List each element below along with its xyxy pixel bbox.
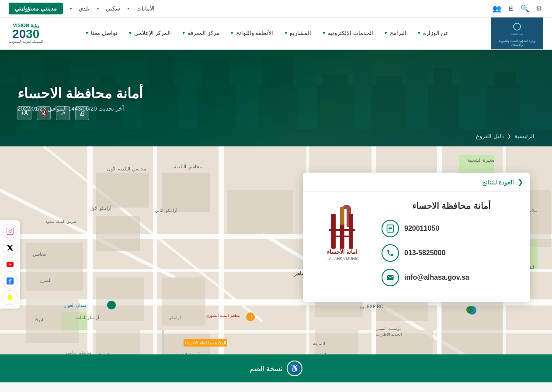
nav-item-7[interactable]: تواصل معنا ▼ [80,21,123,46]
mute-button[interactable]: 🔇 [37,106,51,120]
card-body: أمانة محافظة الاحساء 920011050 013-58250… [303,192,530,302]
breadcrumb-current: دليل الفروع [476,133,504,139]
vision-logo: رؤية VISION 2030 المملكة العربية السعودي… [9,19,43,48]
svg-rect-45 [227,190,293,234]
search-icon[interactable]: 🔍 [521,4,529,13]
accessibility-icon: ♿ [287,361,302,376]
sakani-link[interactable]: سكني [106,5,120,12]
ministry-logo: وزارة الشؤون وزارة الشؤون البلدية والقرو… [491,17,543,49]
svg-rect-50 [26,243,83,291]
nav-item-4[interactable]: الأنظمة واللوائح ▼ [225,21,279,46]
svg-text:مطعم البيت السوري: مطعم البيت السوري [206,313,240,318]
svg-text:محاسن البلدية: محاسن البلدية [174,164,202,170]
svg-text:الحديد للإطارات: الحديد للإطارات [376,332,403,337]
svg-text:المبرز: المبرز [40,278,52,283]
svg-text:البرقا: البرقا [35,317,45,323]
svg-rect-7 [101,76,116,129]
ministry-section: وزارة الشؤون وزارة الشؤون البلدية والقرو… [491,17,543,49]
email-icon[interactable] [382,269,399,286]
settings-icon[interactable]: ⚙ [535,4,543,13]
baladi-link[interactable]: بلدي [79,5,90,12]
dot-3: ● [70,7,72,10]
user-icon[interactable]: E [507,4,515,13]
snapchat-button[interactable] [3,290,17,305]
email-row: info@alhasa.gov.sa [382,269,521,286]
amanat-link[interactable]: الأمانات [136,5,155,12]
dot-1: ● [127,7,129,10]
dot-2: ● [97,7,99,10]
chevron-icon: ▼ [181,31,186,35]
hero-section: أمانة محافظة الاحساء آخر تحديث 1443/06/2… [0,50,552,146]
svg-rect-44 [96,216,140,251]
page-title: أمانة محافظة الاحساء [17,85,143,102]
chevron-icon: ▼ [230,31,234,35]
breadcrumb-home[interactable]: الرئيسية [514,133,535,139]
svg-text:امانة الأحساء: امانة الأحساء [327,248,358,255]
back-button-label: العودة للنتائج [482,179,514,186]
svg-text:طريق الملك سعود: طريق الملك سعود [45,219,76,224]
svg-rect-104 [7,228,14,235]
phone2-text: 013-5825000 [404,249,445,257]
chevron-icon: ▼ [322,31,326,35]
youtube-button[interactable] [3,257,17,272]
svg-text:أرامكو الأول: أرامكو الأول [90,205,112,211]
svg-text:میدان الغوار: میدان الغوار [64,303,86,308]
chevron-icon: ▼ [128,31,132,35]
chevron-icon: ▼ [284,31,288,35]
ministry-text: وزارة الشؤون البلدية والقروية والإسكان [495,39,539,47]
nav-item-3[interactable]: المشاريع ▼ [278,21,316,46]
svg-text:مغيرة الشعبية: مغيرة الشعبية [467,157,494,163]
org-icon[interactable]: 👥 [493,4,501,13]
svg-text:محاسن: محاسن [33,252,46,257]
twitter-x-button[interactable] [3,240,17,255]
madinati-button[interactable]: مدينتي مسؤوليتي [9,3,63,14]
svg-point-93 [107,301,116,309]
nav-item-2[interactable]: الخدمات الإلكترونية ▼ [316,21,378,46]
social-sidebar [0,220,20,309]
svg-rect-10 [179,72,197,129]
main-nav: وزارة الشؤون وزارة الشؤون البلدية والقرو… [0,17,552,50]
svg-point-97 [466,306,473,313]
nav-items: عن الوزارة ▼ البرامج ▼ الخدمات الإلكترون… [80,21,454,46]
svg-text:أرامكو الثالث: أرامكو الثالث [76,315,100,320]
svg-rect-0 [506,20,528,38]
breadcrumb-sep: ❮ [507,134,511,139]
accessibility-button[interactable]: نسخة الصم [250,364,282,373]
chevron-icon: ▼ [85,31,89,35]
nav-item-0[interactable]: عن الوزارة ▼ [412,21,455,46]
phone1-row: 920011050 [382,220,521,237]
map-section: محاسن البلدية الأول محاسن البلدية أرامكو… [0,146,552,382]
phone1-text: 920011050 [404,225,439,232]
svg-rect-17 [376,76,402,129]
top-bar-right: الأمانات ● سكني ● بلدي ● مدينتي مسؤوليتي [9,3,155,14]
font-size-button[interactable]: A+ [17,106,31,120]
nav-item-6[interactable]: المركز الإعلامي ▼ [123,21,177,46]
nav-item-1[interactable]: البرامج ▼ [378,21,412,46]
chevron-icon: ▼ [417,31,421,35]
instagram-button[interactable] [3,224,17,239]
card-title: أمانة محافظة الاحساء [382,201,521,211]
card-info: أمانة محافظة الاحساء 920011050 013-58250… [382,201,521,293]
svg-rect-119 [331,236,353,237]
svg-text:🍴: 🍴 [248,314,253,320]
svg-rect-11 [201,59,229,129]
nav-item-5[interactable]: مركز المعرفة ▼ [176,21,225,46]
svg-rect-21 [494,72,516,129]
phone2-row: 013-5825000 [382,244,521,262]
svg-rect-9 [149,55,173,129]
svg-text:AL AHSA MUNIC...: AL AHSA MUNIC... [326,257,359,261]
facebook-button[interactable] [3,274,17,288]
svg-rect-22 [520,59,552,129]
svg-text:EXP RO برو: EXP RO برو [359,304,384,309]
svg-rect-49 [162,278,205,326]
phone2-icon[interactable] [382,244,399,262]
svg-rect-43 [162,173,210,212]
print-button[interactable]: 🖨 [75,106,89,120]
svg-rect-12 [236,68,258,129]
back-button[interactable]: ❮ العودة للنتائج [303,173,530,192]
hero-toolbar: 🖨 ↗ 🔇 A+ [17,106,89,120]
bottom-bar: ♿ نسخة الصم [0,354,552,382]
svg-rect-48 [96,278,144,321]
phone1-icon[interactable] [382,220,399,237]
share-button[interactable]: ↗ [56,106,70,120]
